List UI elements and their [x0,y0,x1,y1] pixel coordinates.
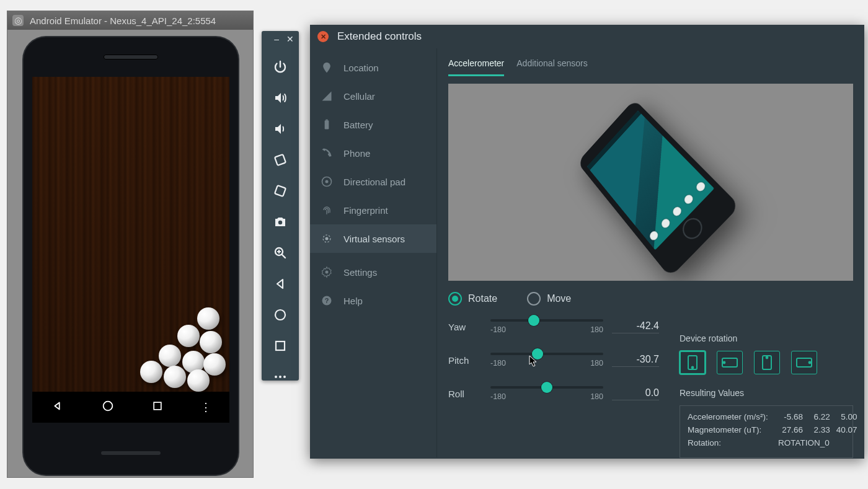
svg-point-23 [724,362,725,364]
slider-thumb[interactable] [541,382,552,393]
sidebar-item-label: Virtual sensors [343,234,405,244]
nav-back-icon[interactable] [51,399,64,415]
rotation-label: Rotation: [688,438,778,447]
sidebar-item-label: Fingerprint [343,205,388,216]
rotate-left-button[interactable] [272,151,289,169]
rotate-right-button[interactable] [272,182,289,200]
svg-point-27 [809,362,811,364]
close-icon[interactable]: ✕ [317,31,329,42]
sidebar-item-cellular[interactable]: Cellular [310,82,436,110]
radio-move[interactable]: Move [527,292,571,306]
mode-radio-group: Rotate Move [448,292,853,306]
sidebar-item-label: Battery [343,120,373,130]
slider-pitch[interactable] [490,353,603,355]
toolbar-strip: – ✕ [262,31,299,381]
svg-point-17 [326,271,329,274]
svg-rect-7 [276,341,285,350]
volume-down-button[interactable] [272,120,289,138]
sidebar-item-battery[interactable]: Battery [310,110,436,139]
sidebar-item-dpad[interactable]: Directional pad [310,167,436,196]
close-icon[interactable]: ✕ [286,34,294,44]
cellular-icon [320,89,334,103]
svg-text:?: ? [325,297,329,304]
rotation-portrait-reverse-button[interactable] [754,351,780,374]
radio-rotate[interactable]: Rotate [448,292,497,306]
emulator-window: ◎ Android Emulator - Nexus_4_API_24_2:55… [7,11,253,477]
slider-thumb[interactable] [528,315,539,326]
svg-rect-1 [154,402,161,410]
nav-menu-icon[interactable]: ⋮ [200,400,211,414]
rotation-landscape-right-button[interactable] [791,351,817,374]
slider-max: 180 [590,392,603,401]
android-navbar: ⋮ [32,392,229,423]
marble [197,307,219,330]
sidebar-item-label: Phone [343,148,370,159]
svg-point-15 [326,237,329,240]
svg-point-0 [103,402,112,411]
battery-icon [320,118,334,131]
home-button[interactable] [272,306,289,324]
device-screen[interactable]: ⋮ [32,77,229,423]
sidebar-item-phone[interactable]: Phone [310,139,436,167]
slider-roll[interactable] [490,386,603,389]
minimize-icon[interactable]: – [274,34,279,44]
sidebar-item-help[interactable]: ? Help [310,286,436,315]
slider-thumb[interactable] [532,348,543,359]
tab-additional-sensors[interactable]: Additional sensors [516,55,587,76]
phone-icon [320,146,334,160]
device-frame: ⋮ [24,37,238,475]
nav-home-icon[interactable] [101,399,115,415]
radio-label: Rotate [468,293,497,304]
emulator-titlebar[interactable]: ◎ Android Emulator - Nexus_4_API_24_2:55… [7,11,253,30]
svg-rect-2 [275,154,286,165]
accel-label: Accelerometer (m/s²): [688,412,778,421]
screenshot-button[interactable] [272,213,289,231]
slider-min: -180 [490,392,506,401]
svg-point-8 [275,376,277,378]
slider-min: -180 [490,359,506,368]
sidebar-item-label: Settings [343,267,377,278]
app-surface-wood [32,77,229,392]
sidebar-item-location[interactable]: Location [310,53,436,82]
sidebar-item-fingerprint[interactable]: Fingerprint [310,196,436,224]
svg-point-25 [766,357,768,359]
sensors-icon [320,232,334,245]
more-button[interactable] [272,368,289,385]
panel-content: Accelerometer Additional sensors [437,48,864,457]
slider-value[interactable]: 0.0 [612,387,659,400]
slider-yaw[interactable] [490,319,603,322]
panel-titlebar[interactable]: ✕ Extended controls [310,25,864,48]
radio-label: Move [547,293,571,304]
svg-point-9 [279,376,281,378]
rotation-portrait-button[interactable] [680,351,706,374]
back-button[interactable] [272,275,289,293]
slider-value[interactable]: -30.7 [612,354,659,367]
tab-accelerometer[interactable]: Accelerometer [448,55,504,76]
volume-up-button[interactable] [272,89,289,107]
rotation-landscape-left-button[interactable] [717,351,743,374]
marble [159,345,181,367]
sidebar-item-virtual-sensors[interactable]: Virtual sensors [310,224,436,253]
fingerprint-icon [320,203,334,217]
device-3d-model[interactable] [577,99,740,278]
slider-label: Roll [448,389,482,399]
resulting-values-box: Accelerometer (m/s²): -5.68 6.22 5.00 Ma… [680,405,853,458]
slider-max: 180 [590,359,603,368]
sidebar-item-settings[interactable]: Settings [310,258,436,286]
svg-point-4 [278,221,282,224]
svg-point-21 [692,367,694,369]
slider-value[interactable]: -42.4 [612,320,659,333]
device-3d-preview[interactable] [448,84,853,281]
slider-yaw-row: Yaw -180 180 -42.4 [448,319,659,334]
overview-button[interactable] [272,337,289,355]
power-button[interactable] [272,58,289,76]
slider-max: 180 [590,325,603,334]
slider-label: Yaw [448,322,482,332]
zoom-button[interactable] [272,244,289,262]
emulator-app-icon: ◎ [12,15,24,26]
panel-title: Extended controls [337,30,422,43]
resulting-values-title: Resulting Values [680,388,853,398]
extended-controls-panel: ✕ Extended controls Location Cellular Ba… [310,25,864,459]
svg-point-10 [283,376,286,378]
nav-overview-icon[interactable] [151,400,164,415]
